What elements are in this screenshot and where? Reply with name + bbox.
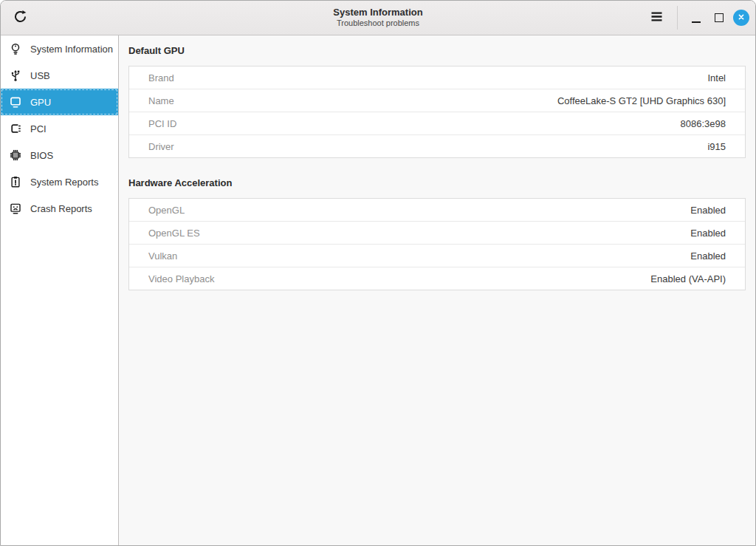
row-label: OpenGL [148,205,185,216]
row-value: Enabled (VA-API) [650,273,726,284]
lightbulb-icon [8,41,23,56]
titlebar-title-block: System Information Troubleshoot problems [333,7,422,29]
monitor-icon [8,95,23,109]
sidebar-item-label: USB [30,70,50,81]
titlebar-controls [647,1,749,35]
row-value: i915 [707,141,726,152]
table-row: NameCoffeeLake-S GT2 [UHD Graphics 630] [129,89,745,112]
minimize-button[interactable] [687,9,705,27]
content-pane: Default GPUBrandIntelNameCoffeeLake-S GT… [120,35,755,545]
row-label: Driver [148,141,174,152]
app-window: System Information Troubleshoot problems [0,0,756,546]
menu-icon [649,9,664,27]
row-label: Name [148,95,174,106]
menu-button[interactable] [647,9,665,27]
section-default-gpu: Default GPUBrandIntelNameCoffeeLake-S GT… [128,45,746,158]
sidebar-item-label: BIOS [30,150,53,161]
row-label: Vulkan [148,250,177,262]
titlebar: System Information Troubleshoot problems [1,1,755,35]
table-row: OpenGL ESEnabled [129,221,745,244]
sidebar-item-usb[interactable]: USB [1,62,118,89]
sidebar-item-label: GPU [30,97,51,108]
close-button[interactable] [733,10,749,26]
info-table: BrandIntelNameCoffeeLake-S GT2 [UHD Grap… [128,66,746,158]
chip-icon [8,148,23,163]
crash-icon [8,201,23,216]
section-title: Default GPU [128,45,746,56]
table-row: Video PlaybackEnabled (VA-API) [129,267,745,290]
table-row: BrandIntel [129,66,745,89]
window-subtitle: Troubleshoot problems [333,18,422,29]
sidebar-item-pci[interactable]: PCI [1,115,118,142]
row-label: Brand [148,72,174,83]
row-value: 8086:3e98 [681,118,726,129]
sidebar-item-system-information[interactable]: System Information [1,35,118,62]
sidebar-item-label: Crash Reports [30,203,92,214]
row-label: PCI ID [148,118,176,129]
table-row: OpenGLEnabled [129,199,745,221]
row-value: CoffeeLake-S GT2 [UHD Graphics 630] [557,95,726,106]
table-row: PCI ID8086:3e98 [129,112,745,134]
sidebar-item-system-reports[interactable]: System Reports [1,168,118,195]
sidebar-item-gpu[interactable]: GPU [1,89,118,115]
minimize-icon [692,21,701,23]
info-table: OpenGLEnabledOpenGL ESEnabledVulkanEnabl… [128,198,746,290]
section-hardware-acceleration: Hardware AccelerationOpenGLEnabledOpenGL… [128,177,746,290]
maximize-button[interactable] [710,9,728,27]
row-label: Video Playback [148,273,214,284]
sidebar-item-label: System Information [30,44,113,55]
row-value: Enabled [690,205,726,216]
refresh-button[interactable] [10,8,30,27]
window-title: System Information [333,7,422,18]
sidebar: System InformationUSBGPUPCIBIOSSystem Re… [1,35,119,545]
row-value: Enabled [690,250,726,262]
maximize-icon [715,13,724,22]
section-title: Hardware Acceleration [128,177,746,188]
sidebar-item-crash-reports[interactable]: Crash Reports [1,195,118,222]
refresh-icon [13,9,28,27]
clipboard-icon [8,174,23,189]
sidebar-item-label: System Reports [30,177,98,188]
sidebar-item-bios[interactable]: BIOS [1,142,118,168]
table-row: Driveri915 [129,134,745,157]
row-value: Enabled [690,228,726,239]
usb-icon [8,68,23,83]
close-icon [736,12,746,24]
row-label: OpenGL ES [148,228,200,239]
pci-card-icon [8,121,23,136]
titlebar-separator [677,6,678,30]
row-value: Intel [707,72,726,83]
sidebar-item-label: PCI [30,123,47,134]
table-row: VulkanEnabled [129,244,745,267]
